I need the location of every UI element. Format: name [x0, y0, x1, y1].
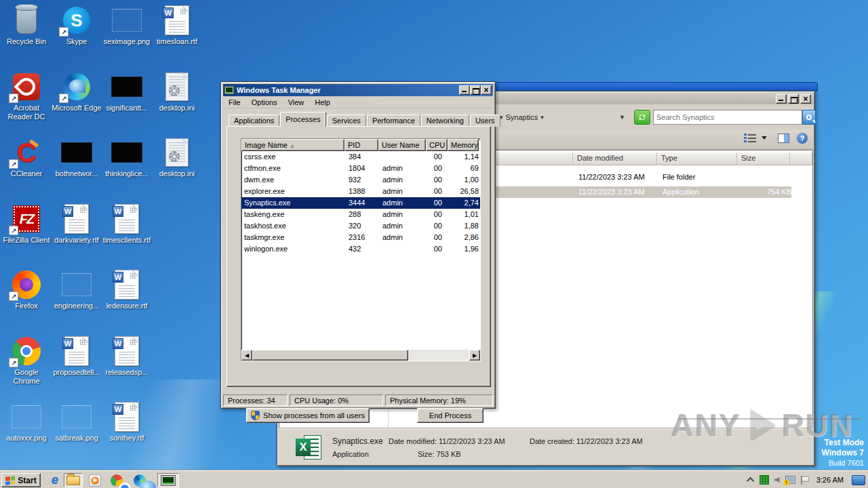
start-button[interactable]: Start [1, 473, 41, 487]
breadcrumb-item[interactable]: Synaptics [506, 113, 538, 121]
process-row-selected[interactable]: Synaptics.exe3444admin002,74 [241, 197, 480, 209]
show-all-processes-button[interactable]: Show processes from all users [246, 408, 370, 423]
process-row[interactable]: winlogon.exe432001,96 [241, 243, 480, 255]
refresh-button[interactable] [634, 110, 650, 125]
taskbar-chrome-button[interactable] [108, 473, 125, 487]
scroll-right-icon[interactable]: ▶ [469, 350, 480, 361]
scroll-left-icon[interactable]: ◀ [241, 350, 252, 361]
task-manager-titlebar[interactable]: Windows Task Manager [223, 84, 493, 96]
process-row[interactable]: csrss.exe384001,14 [241, 151, 480, 163]
desktop-icon-ccleaner[interactable]: CCleaner [1, 138, 52, 178]
desktop-icon-autoxxx[interactable]: autoxxx.png [1, 402, 52, 443]
column-type[interactable]: Type [657, 152, 737, 165]
show-desktop-button[interactable] [852, 475, 865, 485]
taskbar-ie-button[interactable]: e [47, 473, 62, 487]
network-activity-icon[interactable] [760, 475, 769, 485]
desktop-icon-chrome[interactable]: Google Chrome [1, 336, 52, 386]
desktop-icon-satbreak[interactable]: satbreak.png [52, 402, 102, 443]
taskbar-task-manager-button[interactable] [157, 473, 179, 487]
search-button[interactable] [802, 110, 816, 125]
tab-performance[interactable]: Performance [367, 115, 420, 127]
column-cpu[interactable]: CPU [426, 139, 448, 151]
tab-networking[interactable]: Networking [421, 115, 469, 127]
minimize-button[interactable] [776, 94, 787, 104]
help-icon[interactable] [797, 133, 808, 144]
menu-help[interactable]: Help [309, 97, 336, 108]
column-size[interactable]: Size [737, 152, 790, 165]
scrollbar-thumb[interactable] [252, 350, 408, 361]
volume-icon[interactable] [774, 477, 780, 483]
column-user-name[interactable]: User Name [378, 139, 426, 151]
process-row[interactable]: taskhost.exe320admin001,88 [241, 220, 480, 232]
desktop-icon-recycle-bin[interactable]: Recycle Bin [1, 5, 52, 46]
desktop-icon-timesloan[interactable]: timesloan.rtf [152, 5, 202, 46]
column-pid[interactable]: PID [344, 139, 378, 151]
search-input[interactable] [653, 110, 802, 125]
process-row[interactable]: taskeng.exe288admin001,01 [241, 209, 480, 220]
desktop-icon-skype[interactable]: Skype [52, 5, 102, 46]
desktop-icon-releasedsp[interactable]: releasedsp... [102, 336, 152, 377]
chrome-icon [111, 474, 123, 487]
image-file-icon [111, 72, 143, 102]
close-button[interactable] [800, 94, 811, 104]
desktop-icon-ledensure[interactable]: ledensure.rtf [102, 270, 152, 310]
process-row[interactable]: taskmgr.exe2316admin002,86 [241, 232, 480, 243]
acrobat-icon [10, 72, 43, 102]
process-row[interactable]: explorer.exe1388admin0026,58 [241, 186, 480, 197]
clock[interactable]: 3:26 AM [814, 476, 846, 484]
desktop-icon-engineering[interactable]: engineering... [52, 270, 102, 310]
excel-file-icon [296, 435, 321, 460]
end-process-button[interactable]: End Process [417, 408, 484, 423]
action-center-flag-icon[interactable] [801, 476, 808, 485]
tab-processes[interactable]: Processes [280, 112, 326, 127]
desktop-icon-label: sonthey.rtf [102, 434, 152, 443]
desktop-icon-firefox[interactable]: Firefox [1, 270, 52, 310]
desktop-icon-label: releasedsp... [102, 368, 152, 377]
column-image-name[interactable]: Image Name ▲ [241, 139, 344, 151]
desktop-icon-label: Recycle Bin [1, 37, 52, 46]
menu-options[interactable]: Options [246, 97, 283, 108]
desktop-icon-edge[interactable]: Microsoft Edge [52, 72, 102, 113]
column-memory[interactable]: Memory ( [448, 139, 479, 151]
taskbar-media-player-button[interactable] [87, 473, 103, 487]
menu-view[interactable]: View [283, 97, 310, 108]
taskbar-explorer-button[interactable] [64, 473, 83, 487]
desktop-icon-bothnetwor[interactable]: bothnetwor... [52, 138, 102, 178]
tab-services[interactable]: Services [327, 115, 366, 127]
desktop-icon-proposedtell[interactable]: proposedtell... [52, 336, 102, 377]
desktop-icon-desktop-ini-2[interactable]: desktop.ini [152, 138, 202, 178]
maximize-button[interactable] [470, 85, 481, 95]
minimize-button[interactable] [459, 85, 470, 95]
breadcrumb[interactable]: ▾ Synaptics ▾ [500, 110, 544, 125]
tab-applications[interactable]: Applications [229, 115, 279, 127]
tab-users[interactable]: Users [470, 115, 500, 127]
task-manager-icon [224, 86, 234, 94]
column-date-modified[interactable]: Date modified [573, 152, 657, 165]
network-status-icon[interactable] [785, 476, 795, 484]
desktop-icon-filezilla[interactable]: FileZilla Client [1, 204, 52, 245]
views-dropdown-icon[interactable] [762, 136, 767, 142]
process-row[interactable]: dwm.exe932admin001,00 [241, 174, 480, 186]
views-icon[interactable] [744, 134, 756, 143]
edge-icon [134, 474, 146, 487]
close-button[interactable] [481, 85, 492, 95]
show-hidden-icons-chevron[interactable] [747, 477, 754, 485]
preview-pane-icon[interactable] [778, 134, 789, 143]
desktop-icon-label: CCleaner [1, 169, 52, 178]
taskbar-edge-button[interactable] [132, 473, 148, 487]
process-row[interactable]: ctfmon.exe1804admin0069 [241, 163, 480, 174]
desktop-icon-darkvariety[interactable]: darkvariety.rtf [52, 204, 102, 245]
horizontal-scrollbar[interactable]: ◀ ▶ [241, 350, 480, 361]
desktop-icon-desktop-ini-1[interactable]: desktop.ini [152, 72, 202, 113]
maximize-button[interactable] [788, 94, 799, 104]
desktop-icon-seximage[interactable]: seximage.png [102, 5, 152, 46]
desktop-icon-sonthey[interactable]: sonthey.rtf [102, 402, 152, 443]
menu-file[interactable]: File [223, 97, 246, 108]
word-doc-icon [60, 204, 93, 234]
address-dropdown-icon[interactable]: ▼ [619, 114, 625, 121]
desktop-icon-timesclients[interactable]: timesclients.rtf [102, 204, 152, 245]
processes-tab-page: Image Name ▲ PID User Name CPU Memory ( … [226, 126, 491, 387]
desktop-icon-thinkinglice[interactable]: thinkinglice... [102, 138, 152, 178]
desktop-icon-acrobat[interactable]: Acrobat Reader DC [1, 72, 52, 121]
desktop-icon-significantt[interactable]: significantt... [102, 72, 152, 113]
